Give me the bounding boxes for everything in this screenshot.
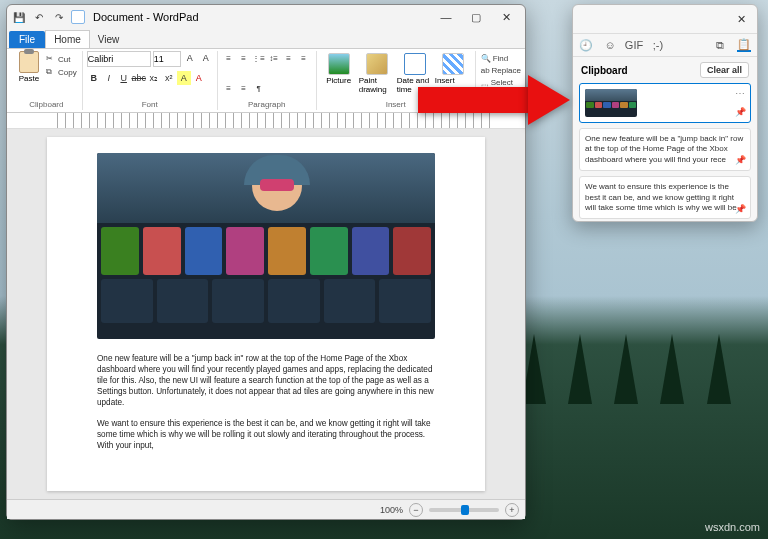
statusbar: 100% − + [7, 499, 525, 519]
embedded-image[interactable] [97, 153, 435, 339]
font-name-select[interactable] [87, 51, 151, 67]
tab-view[interactable]: View [90, 31, 128, 48]
group-clipboard-label: Clipboard [11, 100, 82, 109]
picture-icon [328, 53, 350, 75]
clipboard-tool-symbols-icon[interactable]: ⧉ [713, 38, 727, 52]
clipboard-tool-emoji-icon[interactable]: ☺ [603, 38, 617, 52]
undo-icon[interactable]: ↶ [31, 9, 47, 25]
scissors-icon: ✂ [46, 54, 56, 64]
object-icon [442, 53, 464, 75]
close-button[interactable]: ✕ [491, 5, 521, 29]
increase-indent-button[interactable]: ≡ [237, 51, 251, 65]
bold-button[interactable]: B [87, 71, 101, 85]
save-icon[interactable]: 💾 [11, 9, 27, 25]
tab-file[interactable]: File [9, 31, 45, 48]
justify-button[interactable]: ≡ [237, 81, 251, 95]
clipboard-title: Clipboard [581, 65, 628, 76]
pin-icon[interactable]: 📌 [735, 107, 746, 119]
decrease-indent-button[interactable]: ≡ [222, 51, 236, 65]
italic-button[interactable]: I [102, 71, 116, 85]
group-font-label: Font [83, 100, 217, 109]
clipboard-tools: 🕘 ☺ GIF ;-) ⧉ 📋 [573, 33, 757, 57]
page: One new feature will be a "jump back in"… [47, 137, 485, 491]
paint-icon [366, 53, 388, 75]
annotation-arrow [418, 75, 578, 125]
clipboard-item-text-1[interactable]: One new feature will be a "jump back in"… [579, 128, 751, 171]
document-area[interactable]: One new feature will be a "jump back in"… [7, 129, 525, 499]
ribbon-tabs: File Home View [7, 29, 525, 49]
clear-all-button[interactable]: Clear all [700, 62, 749, 78]
zoom-out-button[interactable]: − [409, 503, 423, 517]
align-center-button[interactable]: ≡ [297, 51, 311, 65]
paragraph-2[interactable]: We want to ensure this experience is the… [97, 418, 435, 451]
paragraph-dialog-button[interactable]: ¶ [252, 81, 266, 95]
grow-font-icon[interactable]: A [183, 51, 197, 65]
subscript-button[interactable]: x₂ [147, 71, 161, 85]
bullets-button[interactable]: ⋮≡ [252, 51, 266, 65]
shrink-font-icon[interactable]: A [199, 51, 213, 65]
font-size-select[interactable] [153, 51, 181, 67]
zoom-slider[interactable] [429, 508, 499, 512]
clipboard-thumbnail [585, 89, 637, 117]
redo-icon[interactable]: ↷ [51, 9, 67, 25]
clipboard-tool-gif-icon[interactable]: GIF [627, 38, 641, 52]
group-paragraph-label: Paragraph [218, 100, 316, 109]
find-button[interactable]: 🔍Find [480, 53, 522, 64]
strike-button[interactable]: abc [132, 71, 146, 85]
font-color-button[interactable]: A [192, 71, 206, 85]
superscript-button[interactable]: x² [162, 71, 176, 85]
clipboard-tool-kaomoji-icon[interactable]: ;-) [651, 38, 665, 52]
line-spacing-button[interactable]: ↕≡ [267, 51, 281, 65]
watermark: wsxdn.com [705, 521, 760, 533]
pin-icon[interactable]: 📌 [735, 204, 746, 216]
align-right-button[interactable]: ≡ [222, 81, 236, 95]
clipboard-item-text-2[interactable]: We want to ensure this experience is the… [579, 176, 751, 219]
highlight-button[interactable]: A [177, 71, 191, 85]
copy-button[interactable]: ⧉Copy [45, 66, 78, 78]
paragraph-1[interactable]: One new feature will be a "jump back in"… [97, 353, 435, 408]
find-icon: 🔍 [481, 54, 491, 63]
paste-icon [19, 51, 39, 73]
zoom-percent: 100% [380, 505, 403, 515]
align-left-button[interactable]: ≡ [282, 51, 296, 65]
clipboard-tool-clipboard-icon[interactable]: 📋 [737, 38, 751, 52]
clipboard-item-image[interactable]: ⋯ 📌 [579, 83, 751, 123]
titlebar[interactable]: 💾 ↶ ↷ Document - WordPad — ▢ ✕ [7, 5, 525, 29]
document-icon [71, 10, 85, 24]
clipboard-panel: ✕ 🕘 ☺ GIF ;-) ⧉ 📋 Clipboard Clear all ⋯ … [572, 4, 758, 222]
clipboard-close-button[interactable]: ✕ [729, 7, 753, 31]
minimize-button[interactable]: — [431, 5, 461, 29]
zoom-in-button[interactable]: + [505, 503, 519, 517]
window-title: Document - WordPad [93, 11, 199, 23]
underline-button[interactable]: U [117, 71, 131, 85]
maximize-button[interactable]: ▢ [461, 5, 491, 29]
calendar-icon [404, 53, 426, 75]
clipboard-tool-recent-icon[interactable]: 🕘 [579, 38, 593, 52]
more-icon[interactable]: ⋯ [735, 87, 746, 100]
pin-icon[interactable]: 📌 [735, 155, 746, 167]
cut-button[interactable]: ✂Cut [45, 53, 78, 65]
tab-home[interactable]: Home [45, 30, 90, 48]
replace-icon: ab [481, 66, 490, 75]
copy-icon: ⧉ [46, 67, 56, 77]
